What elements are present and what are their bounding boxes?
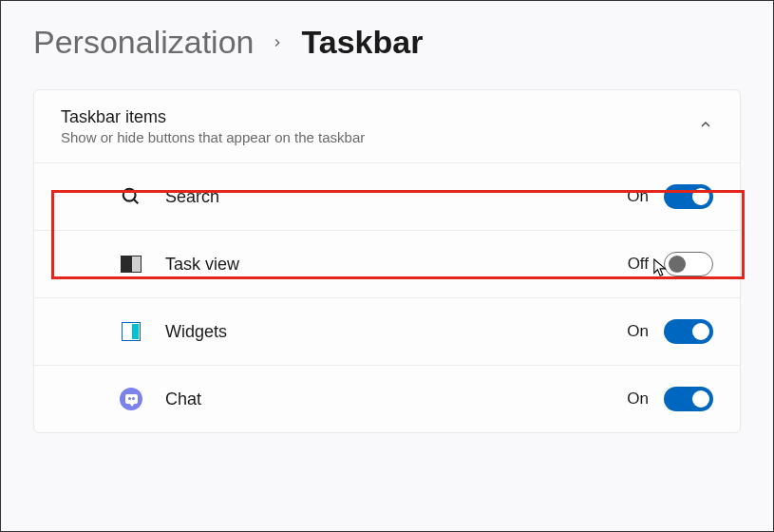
setting-label: Task view	[165, 255, 628, 275]
svg-point-0	[123, 189, 136, 201]
svg-line-1	[134, 200, 139, 204]
setting-row-widgets: Widgets On	[34, 297, 740, 365]
setting-label: Chat	[165, 390, 627, 409]
page-title: Taskbar	[301, 24, 423, 61]
setting-label: Search	[165, 187, 627, 207]
section-subtitle: Show or hide buttons that appear on the …	[61, 129, 365, 145]
chevron-right-icon	[271, 30, 284, 55]
setting-row-chat: Chat On	[34, 365, 740, 432]
breadcrumb: Personalization Taskbar	[1, 1, 773, 78]
breadcrumb-parent-link[interactable]: Personalization	[33, 24, 254, 61]
taskview-toggle[interactable]	[664, 252, 713, 276]
chat-icon	[120, 388, 142, 410]
taskbar-items-panel: Taskbar items Show or hide buttons that …	[33, 89, 741, 433]
chevron-up-icon	[698, 117, 713, 136]
section-title: Taskbar items	[61, 107, 365, 127]
widgets-toggle[interactable]	[664, 319, 713, 344]
setting-row-taskview: Task view Off	[34, 230, 740, 297]
section-header[interactable]: Taskbar items Show or hide buttons that …	[34, 90, 740, 162]
chat-toggle[interactable]	[664, 387, 713, 411]
taskview-icon	[120, 253, 142, 276]
search-icon	[120, 185, 142, 208]
toggle-state-text: On	[627, 187, 649, 206]
setting-label: Widgets	[165, 322, 627, 342]
search-toggle[interactable]	[664, 184, 713, 209]
toggle-state-text: Off	[628, 255, 649, 274]
setting-row-search: Search On	[34, 162, 740, 230]
toggle-state-text: On	[627, 322, 649, 341]
widgets-icon	[120, 320, 142, 343]
toggle-state-text: On	[627, 390, 649, 408]
